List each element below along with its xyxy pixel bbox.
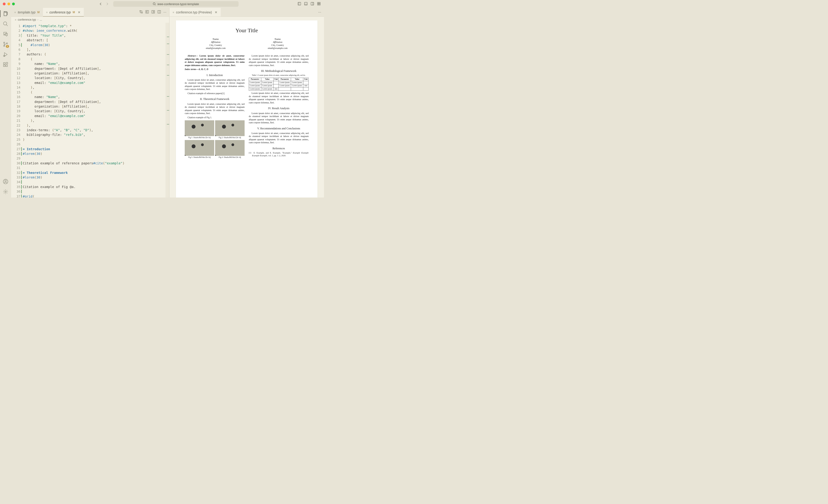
- run-debug-button[interactable]: [3, 51, 9, 57]
- figure-4: [215, 140, 245, 156]
- svg-rect-4: [318, 2, 319, 3]
- svg-rect-7: [319, 4, 320, 5]
- split-action-1[interactable]: [145, 10, 149, 14]
- preview-actions: ⋯: [318, 8, 324, 16]
- nav-arrows: [98, 2, 110, 6]
- svg-rect-3: [311, 2, 314, 5]
- search-icon: [153, 2, 156, 6]
- main-area: 5 ≡ template.typ M ≡ conference.typ M ✕: [0, 8, 324, 197]
- breadcrumb-file: conference.typ: [17, 18, 36, 21]
- close-tab-button[interactable]: ✕: [215, 10, 217, 14]
- figure-3: [185, 140, 214, 156]
- extensions-button[interactable]: [3, 62, 9, 68]
- tab-conference[interactable]: ≡ conference.typ M ✕: [43, 8, 84, 16]
- toggle-panel-button[interactable]: [304, 2, 308, 6]
- search-button[interactable]: [3, 21, 9, 27]
- section-2-heading: II. Theoretical Framework: [185, 97, 245, 101]
- svg-point-21: [141, 12, 142, 13]
- compare-changes-button[interactable]: [139, 10, 143, 14]
- references-heading: References: [249, 146, 308, 150]
- editor-actions: ⋯: [139, 8, 169, 16]
- maximize-window-button[interactable]: [12, 3, 15, 5]
- table-1: ParameterValueUnitParameterValueUnit Lor…: [249, 78, 308, 91]
- layout-controls: [297, 2, 321, 6]
- breadcrumb[interactable]: ≡ conference.typ › ...: [11, 17, 169, 23]
- editor-group-right: ≡ conference.typ (Preview) ✕ ⋯ Your Titl…: [169, 8, 324, 197]
- section-4-heading: IV. Result Analysis: [249, 106, 308, 110]
- tab-template[interactable]: ≡ template.typ M: [11, 8, 43, 16]
- more-actions-button[interactable]: ⋯: [318, 10, 321, 14]
- scm-badge: 5: [6, 45, 9, 48]
- tab-label: conference.typ: [49, 10, 71, 14]
- svg-rect-15: [6, 65, 7, 66]
- section-1-heading: I. Introduction: [185, 73, 245, 77]
- file-icon: ≡: [15, 18, 16, 21]
- code-content[interactable]: #import "template.typ": *#show: ieee_con…: [23, 23, 165, 197]
- more-actions-button[interactable]: ⋯: [163, 10, 166, 14]
- svg-point-18: [5, 180, 6, 182]
- authors-row: Name Affiliation City, Country email@exa…: [185, 37, 308, 50]
- source-control-button[interactable]: 5: [3, 41, 9, 47]
- tab-label: conference.typ (Preview): [176, 10, 212, 14]
- svg-point-11: [6, 43, 8, 44]
- toggle-secondary-sidebar-button[interactable]: [310, 2, 315, 6]
- titlebar: ieee-conference-typst-template: [0, 0, 324, 8]
- svg-point-19: [5, 191, 6, 192]
- file-icon: ≡: [173, 11, 174, 14]
- split-editor-button[interactable]: [157, 10, 161, 14]
- command-center-text: ieee-conference-typst-template: [157, 2, 199, 6]
- svg-point-0: [153, 3, 155, 5]
- line-gutter: 1234567891011121314151617181920212223242…: [11, 23, 23, 197]
- nav-forward-button[interactable]: [105, 2, 110, 6]
- svg-point-9: [4, 42, 5, 43]
- close-tab-button[interactable]: ✕: [78, 10, 81, 14]
- svg-rect-16: [6, 62, 8, 64]
- author-block-1: Name Affiliation City, Country email@exa…: [206, 37, 225, 50]
- section-3-heading: III. Methodological Framework: [249, 69, 308, 73]
- paper-title: Your Title: [185, 27, 308, 34]
- svg-rect-6: [318, 4, 319, 5]
- svg-rect-13: [3, 62, 5, 64]
- column-right: Lorem ipsum dolor sit amet, consectetur …: [249, 54, 308, 158]
- traffic-lights: [3, 3, 15, 5]
- chat-button[interactable]: [3, 31, 9, 37]
- editor-group-left: ≡ template.typ M ≡ conference.typ M ✕ ⋯ …: [11, 8, 169, 197]
- modified-indicator: M: [73, 11, 75, 14]
- editor-tabs: ≡ template.typ M ≡ conference.typ M ✕ ⋯: [11, 8, 169, 17]
- toggle-primary-sidebar-button[interactable]: [297, 2, 302, 6]
- figure-1: [185, 120, 214, 136]
- code-editor[interactable]: 1234567891011121314151617181920212223242…: [11, 23, 169, 197]
- paper-preview: Your Title Name Affiliation City, Countr…: [176, 20, 318, 197]
- customize-layout-button[interactable]: [317, 2, 321, 6]
- minimize-window-button[interactable]: [7, 3, 10, 5]
- accounts-button[interactable]: [3, 179, 9, 185]
- tab-preview[interactable]: ≡ conference.typ (Preview) ✕: [169, 8, 221, 16]
- svg-point-10: [4, 45, 5, 47]
- file-icon: ≡: [46, 11, 48, 14]
- activity-bar: 5: [0, 8, 11, 197]
- preview-viewport[interactable]: Your Title Name Affiliation City, Countr…: [169, 17, 324, 197]
- breadcrumb-rest: ...: [40, 18, 42, 21]
- settings-button[interactable]: [3, 189, 9, 195]
- modified-indicator: M: [37, 11, 40, 14]
- section-5-heading: V. Recommendations and Conclusions: [249, 127, 308, 130]
- reference-1: [1] E. Example, and E. Example, "Example…: [249, 152, 308, 157]
- close-window-button[interactable]: [3, 3, 6, 5]
- figure-grid: Fig 1: 1biudwi8d10do12h-1dj Fig 2: 1biud…: [185, 120, 245, 159]
- preview-tabs: ≡ conference.typ (Preview) ✕ ⋯: [169, 8, 324, 17]
- figure-2: [215, 120, 245, 136]
- svg-point-20: [140, 10, 140, 11]
- command-center[interactable]: ieee-conference-typst-template: [113, 1, 239, 7]
- two-column-body: Abstract— Lorem ipsum dolor sit amet, co…: [185, 54, 308, 158]
- svg-rect-14: [3, 65, 5, 66]
- file-icon: ≡: [14, 11, 16, 14]
- author-block-2: Name Affiliation City, Country email@exa…: [268, 37, 288, 50]
- svg-rect-1: [298, 2, 301, 5]
- explorer-button[interactable]: [3, 11, 9, 17]
- tab-label: template.typ: [17, 10, 35, 14]
- svg-point-12: [3, 55, 5, 56]
- minimap[interactable]: [165, 23, 169, 197]
- split-action-2[interactable]: [151, 10, 155, 14]
- svg-point-8: [3, 22, 7, 25]
- nav-back-button[interactable]: [98, 2, 103, 6]
